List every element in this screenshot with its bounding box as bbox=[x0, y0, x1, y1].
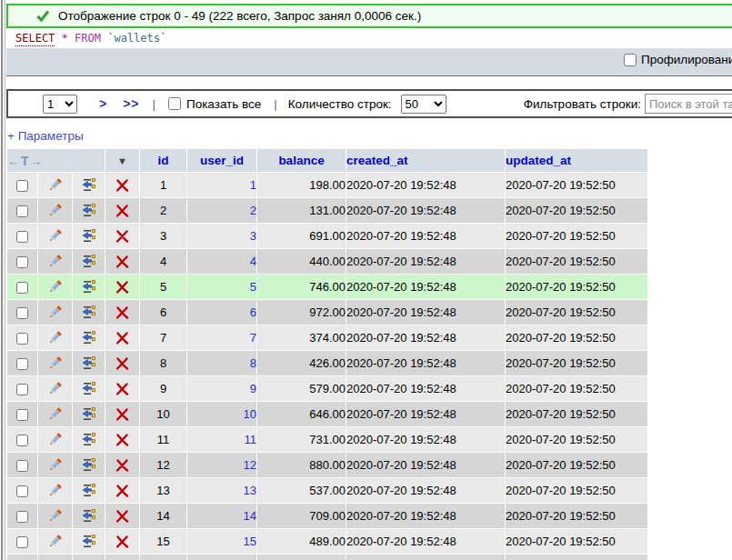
row-checkbox[interactable] bbox=[16, 435, 28, 446]
edit-pencil-icon[interactable] bbox=[47, 355, 63, 371]
row-checkbox[interactable] bbox=[16, 409, 28, 421]
delete-x-icon[interactable] bbox=[115, 280, 130, 295]
inline-edit-icon[interactable] bbox=[81, 279, 96, 295]
cell-user-id-link[interactable]: 2 bbox=[187, 198, 257, 224]
delete-x-icon[interactable] bbox=[115, 204, 130, 218]
edit-pencil-icon[interactable] bbox=[47, 228, 63, 244]
row-checkbox[interactable] bbox=[16, 180, 28, 192]
inline-edit-icon[interactable] bbox=[81, 228, 96, 244]
column-browse-control[interactable]: ←T→ bbox=[7, 149, 105, 173]
edit-pencil-icon[interactable] bbox=[47, 483, 63, 498]
col-header-user-id[interactable]: user_id bbox=[187, 149, 257, 173]
delete-x-icon[interactable] bbox=[115, 407, 130, 422]
row-checkbox[interactable] bbox=[16, 511, 28, 523]
cell-user-id-link[interactable]: 16 bbox=[187, 555, 257, 560]
cell-user-id-link[interactable]: 11 bbox=[187, 427, 257, 453]
query-success-message: Отображение строк 0 - 49 (222 всего, Зап… bbox=[6, 4, 732, 28]
inline-edit-icon[interactable] bbox=[81, 406, 96, 422]
delete-x-icon[interactable] bbox=[115, 331, 130, 345]
cell-user-id-link[interactable]: 4 bbox=[187, 249, 257, 275]
cell-user-id-link[interactable]: 12 bbox=[187, 453, 257, 478]
inline-edit-icon[interactable] bbox=[81, 432, 96, 447]
inline-edit-icon[interactable] bbox=[81, 534, 96, 549]
query-parameters-toggle[interactable]: + Параметры bbox=[7, 129, 84, 143]
delete-x-icon[interactable] bbox=[115, 178, 130, 193]
edit-pencil-icon[interactable] bbox=[47, 305, 63, 320]
edit-pencil-icon[interactable] bbox=[47, 330, 63, 345]
col-header-balance[interactable]: balance bbox=[257, 149, 346, 173]
cell-user-id-link[interactable]: 13 bbox=[187, 478, 257, 504]
row-checkbox[interactable] bbox=[16, 333, 28, 345]
inline-edit-icon[interactable] bbox=[81, 203, 96, 218]
col-header-created-at[interactable]: created_at bbox=[346, 149, 506, 173]
row-checkbox[interactable] bbox=[16, 307, 28, 319]
cell-updated-at: 2020-07-20 19:52:50 bbox=[506, 198, 648, 224]
row-checkbox[interactable] bbox=[16, 256, 28, 268]
row-checkbox[interactable] bbox=[16, 231, 28, 243]
cell-user-id-link[interactable]: 6 bbox=[187, 300, 257, 325]
col-header-id[interactable]: id bbox=[140, 149, 187, 173]
cell-user-id-link[interactable]: 1 bbox=[187, 173, 257, 198]
cell-user-id-link[interactable]: 5 bbox=[187, 275, 257, 300]
cell-user-id-link[interactable]: 8 bbox=[187, 351, 257, 376]
next-page-link[interactable]: > bbox=[99, 96, 106, 111]
cell-user-id-link[interactable]: 10 bbox=[187, 402, 257, 427]
profiling-checkbox[interactable] bbox=[624, 54, 637, 66]
edit-pencil-icon[interactable] bbox=[47, 177, 63, 193]
row-checkbox[interactable] bbox=[16, 536, 28, 548]
edit-pencil-icon[interactable] bbox=[47, 508, 63, 524]
delete-x-icon[interactable] bbox=[115, 509, 130, 524]
row-checkbox[interactable] bbox=[16, 485, 28, 497]
delete-x-icon[interactable] bbox=[115, 535, 130, 549]
edit-pencil-icon[interactable] bbox=[47, 381, 63, 396]
inline-edit-icon[interactable] bbox=[81, 355, 96, 371]
results-table: ←T→ ▼ id user_id balance created_at upda… bbox=[6, 148, 648, 560]
delete-x-icon[interactable] bbox=[115, 433, 130, 447]
edit-pencil-icon[interactable] bbox=[47, 254, 63, 269]
row-checkbox[interactable] bbox=[16, 282, 28, 294]
show-all-checkbox[interactable] bbox=[168, 97, 181, 110]
inline-edit-icon[interactable] bbox=[81, 457, 96, 473]
col-header-updated-at[interactable]: updated_at bbox=[506, 149, 648, 173]
frame-resize-border[interactable] bbox=[0, 0, 6, 560]
cell-updated-at: 2020-07-20 19:52:50 bbox=[506, 555, 648, 560]
rows-count-select[interactable]: 50 bbox=[401, 95, 446, 114]
page-select[interactable]: 1 bbox=[43, 95, 77, 114]
delete-x-icon[interactable] bbox=[115, 382, 130, 396]
inline-edit-icon[interactable] bbox=[81, 381, 96, 396]
inline-edit-icon[interactable] bbox=[81, 483, 96, 498]
last-page-link[interactable]: >> bbox=[123, 96, 139, 111]
delete-x-icon[interactable] bbox=[115, 255, 130, 269]
success-checkmark-icon bbox=[35, 9, 50, 23]
inline-edit-icon[interactable] bbox=[81, 508, 96, 524]
delete-x-icon[interactable] bbox=[115, 305, 130, 320]
inline-edit-icon[interactable] bbox=[81, 330, 96, 345]
delete-x-icon[interactable] bbox=[115, 484, 130, 498]
row-checkbox[interactable] bbox=[16, 205, 28, 217]
cell-user-id-link[interactable]: 15 bbox=[187, 529, 257, 555]
filter-rows-input[interactable] bbox=[645, 94, 732, 114]
row-checkbox[interactable] bbox=[16, 358, 28, 370]
edit-pencil-icon[interactable] bbox=[47, 203, 63, 218]
edit-pencil-icon[interactable] bbox=[47, 457, 63, 473]
row-checkbox[interactable] bbox=[16, 460, 28, 472]
delete-x-icon[interactable] bbox=[115, 229, 130, 244]
cell-user-id-link[interactable]: 9 bbox=[187, 376, 257, 402]
edit-pencil-icon[interactable] bbox=[47, 279, 63, 295]
cell-user-id-link[interactable]: 3 bbox=[187, 224, 257, 249]
cell-user-id-link[interactable]: 14 bbox=[187, 504, 257, 529]
delete-x-icon[interactable] bbox=[115, 458, 130, 473]
delete-x-icon[interactable] bbox=[115, 356, 130, 371]
sql-keyword-select[interactable]: SELECT bbox=[15, 32, 55, 46]
inline-edit-icon[interactable] bbox=[81, 305, 96, 320]
inline-edit-icon[interactable] bbox=[81, 177, 96, 193]
row-checkbox[interactable] bbox=[16, 384, 28, 395]
edit-pencil-icon[interactable] bbox=[47, 406, 63, 422]
row-select-cell bbox=[7, 478, 38, 504]
options-dropdown[interactable]: ▼ bbox=[105, 149, 140, 173]
edit-pencil-icon[interactable] bbox=[47, 534, 63, 549]
inline-edit-icon[interactable] bbox=[81, 254, 96, 269]
cell-user-id-link[interactable]: 7 bbox=[187, 325, 257, 351]
table-row: 5 5 746.00 2020-07-20 19:52:48 2020-07-2… bbox=[7, 275, 648, 300]
edit-pencil-icon[interactable] bbox=[47, 432, 63, 447]
